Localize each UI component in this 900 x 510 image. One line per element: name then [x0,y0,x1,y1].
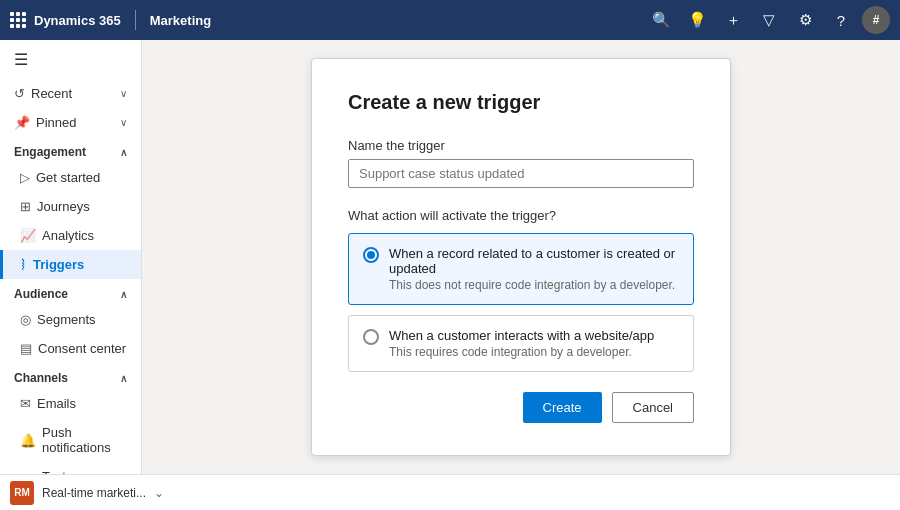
engagement-label: Engagement [14,145,86,159]
website-option[interactable]: When a customer interacts with a website… [348,315,694,372]
trigger-name-input[interactable] [348,159,694,188]
modal-title: Create a new trigger [348,91,694,114]
create-button[interactable]: Create [523,392,602,423]
name-trigger-label: Name the trigger [348,138,694,153]
analytics-label: Analytics [42,228,94,243]
cancel-button[interactable]: Cancel [612,392,694,423]
instance-avatar: RM [10,481,34,505]
pinned-label: Pinned [36,115,76,130]
website-option-sub-label: This requires code integration by a deve… [389,345,654,359]
audience-label: Audience [14,287,68,301]
get-started-icon: ▷ [20,170,30,185]
channels-chevron: ∧ [120,373,127,384]
instance-dropdown-icon[interactable]: ⌄ [154,486,164,500]
website-option-main-label: When a customer interacts with a website… [389,328,654,343]
recent-chevron: ∨ [120,88,127,99]
channels-label: Channels [14,371,68,385]
sidebar-recent[interactable]: ↺ Recent ∨ [0,79,141,108]
emails-label: Emails [37,396,76,411]
record-option[interactable]: When a record related to a customer is c… [348,233,694,305]
consent-label: Consent center [38,341,126,356]
journeys-label: Journeys [37,199,90,214]
sidebar-item-emails[interactable]: ✉ Emails [0,389,141,418]
pinned-chevron: ∨ [120,117,127,128]
audience-section-header[interactable]: Audience ∧ [0,279,141,305]
modal-actions: Create Cancel [348,392,694,423]
main-content: Create a new trigger Name the trigger Wh… [142,40,900,474]
sidebar-item-analytics[interactable]: 📈 Analytics [0,221,141,250]
grid-icon[interactable] [10,12,26,28]
website-radio-button[interactable] [363,329,379,345]
recent-icon: ↺ [14,86,25,101]
push-label: Push notifications [42,425,127,455]
segments-label: Segments [37,312,96,327]
sidebar-item-get-started[interactable]: ▷ Get started [0,163,141,192]
sidebar-item-segments[interactable]: ◎ Segments [0,305,141,334]
instance-name: Real-time marketi... [42,486,146,500]
sidebar-pinned[interactable]: 📌 Pinned ∨ [0,108,141,137]
top-navigation: Dynamics 365 Marketing 🔍 💡 ＋ ▽ ⚙ ? # [0,0,900,40]
help-icon[interactable]: ? [826,5,856,35]
triggers-icon: ⧘ [20,257,27,272]
filter-icon[interactable]: ▽ [754,5,784,35]
hamburger-icon[interactable]: ☰ [0,40,141,79]
emails-icon: ✉ [20,396,31,411]
sidebar-item-text-messages[interactable]: 💬 Text messages [0,462,141,474]
main-layout: ☰ ↺ Recent ∨ 📌 Pinned ∨ Engagement ∧ ▷ G… [0,40,900,474]
settings-icon[interactable]: ⚙ [790,5,820,35]
sidebar-item-triggers[interactable]: ⧘ Triggers [0,250,141,279]
action-question-label: What action will activate the trigger? [348,208,694,223]
record-option-sub-label: This does not require code integration b… [389,278,679,292]
lightbulb-icon[interactable]: 💡 [682,5,712,35]
get-started-label: Get started [36,170,100,185]
analytics-icon: 📈 [20,228,36,243]
user-avatar[interactable]: # [862,6,890,34]
module-name: Marketing [150,13,211,28]
bottom-bar: RM Real-time marketi... ⌄ [0,474,900,510]
app-name: Dynamics 365 [34,13,121,28]
channels-section-header[interactable]: Channels ∧ [0,363,141,389]
record-radio-button[interactable] [363,247,379,263]
segments-icon: ◎ [20,312,31,327]
engagement-chevron: ∧ [120,147,127,158]
pin-icon: 📌 [14,115,30,130]
sidebar-item-consent-center[interactable]: ▤ Consent center [0,334,141,363]
top-nav-actions: 🔍 💡 ＋ ▽ ⚙ ? # [646,5,890,35]
app-logo: Dynamics 365 Marketing [34,10,211,30]
website-option-text: When a customer interacts with a website… [389,328,654,359]
journeys-icon: ⊞ [20,199,31,214]
add-icon[interactable]: ＋ [718,5,748,35]
triggers-label: Triggers [33,257,84,272]
sidebar-item-push-notifications[interactable]: 🔔 Push notifications [0,418,141,462]
push-icon: 🔔 [20,433,36,448]
create-trigger-modal: Create a new trigger Name the trigger Wh… [311,58,731,456]
record-option-main-label: When a record related to a customer is c… [389,246,679,276]
consent-icon: ▤ [20,341,32,356]
audience-chevron: ∧ [120,289,127,300]
sidebar: ☰ ↺ Recent ∨ 📌 Pinned ∨ Engagement ∧ ▷ G… [0,40,142,474]
record-option-text: When a record related to a customer is c… [389,246,679,292]
recent-label: Recent [31,86,72,101]
search-icon[interactable]: 🔍 [646,5,676,35]
nav-divider [135,10,136,30]
engagement-section-header[interactable]: Engagement ∧ [0,137,141,163]
sidebar-item-journeys[interactable]: ⊞ Journeys [0,192,141,221]
